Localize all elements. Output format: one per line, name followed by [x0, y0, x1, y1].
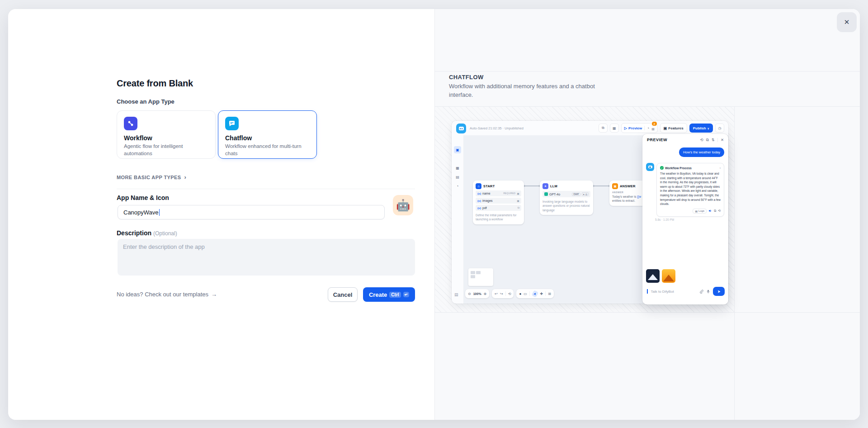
bot-message-text: The weather in Boydton, VA today is clea…: [660, 171, 721, 206]
field-name: pdf: [482, 206, 516, 209]
llm-model-row: GPT-4o CHAT ● ◎: [542, 191, 590, 197]
node-connector: [524, 185, 539, 186]
sidebar-notes-icon: ▤: [454, 173, 461, 181]
message-meta: 5.8s · 1:20 PM: [655, 218, 674, 221]
variable-icon: {x}: [477, 192, 481, 195]
sunset-mountain-thumbnail: [662, 269, 675, 283]
cancel-button[interactable]: Cancel: [328, 287, 358, 302]
editor-window-button: ⧉: [599, 124, 608, 133]
field-tag: REQUIRED: [503, 192, 515, 195]
chat-input-row: Talk to DifyBot: [647, 287, 725, 296]
create-button[interactable]: Create Ctrl ↵: [363, 287, 415, 302]
app-type-card-chatflow[interactable]: Chatflow Workflow enhanced for multi-tur…: [218, 110, 317, 159]
app-type-desc: Workflow enhanced for multi-turn chats: [225, 143, 304, 157]
zoom-out-icon: ⊖: [468, 292, 471, 296]
editor-grid-button: ▦: [610, 124, 619, 133]
chat-input-placeholder: Talk to DifyBot: [651, 290, 697, 294]
app-type-preview-panel: CHATFLOW Workflow with additional memory…: [434, 9, 860, 420]
workflow-process-label: Workflow Process: [665, 166, 718, 170]
toolbar-separator: [505, 291, 506, 296]
editor-publish-button: Publish ∨: [689, 124, 713, 133]
app-type-name: Chatflow: [225, 134, 310, 142]
preview-heading: CHATFLOW: [449, 74, 484, 81]
bot-avatar: [646, 163, 654, 171]
editor-topbar: Auto-Saved 21:02:35 · Unpublished ⧉ ▦ ▷ …: [452, 121, 728, 135]
chevron-right-icon: ›: [720, 166, 721, 170]
preview-subheading: Workflow with additional memory features…: [449, 82, 605, 100]
field-type-icon: ▣: [517, 192, 519, 195]
grid-line: [734, 106, 735, 420]
message-actions: ▤ Logs ⧉ ⟲: [660, 209, 721, 214]
history-icon: ◔: [647, 126, 649, 130]
field-name: name: [482, 192, 502, 195]
send-button: [713, 287, 725, 296]
sidebar-blocks-icon: ▣: [454, 146, 461, 153]
toolbar-separator: [545, 291, 546, 296]
chat-panel-header: PREVIEW ⟲ ⧉ ⇅ ✕: [642, 134, 728, 146]
field-name: images: [482, 199, 515, 202]
templates-link[interactable]: No ideas? Check out our templates →: [117, 291, 217, 298]
page-background: Create from Blank Choose an App Type Wor…: [0, 0, 868, 428]
more-app-types-link[interactable]: MORE BASIC APP TYPES ›: [117, 175, 186, 180]
grid-line: [435, 312, 860, 313]
app-icon-picker[interactable]: 🤖: [393, 195, 413, 215]
app-name-input[interactable]: CanopyWave: [118, 205, 385, 219]
add-node-icon: ●: [519, 292, 521, 296]
editor-preview-button: ▷ Preview: [624, 126, 642, 130]
caret-down-icon: ∨: [708, 127, 709, 130]
field-type-icon: ▣: [517, 199, 519, 202]
start-field-row: {x} images ▣: [476, 198, 521, 204]
autosave-status: Auto-Saved 21:02:35 · Unpublished: [470, 126, 524, 130]
app-type-card-workflow[interactable]: Workflow Agentic flow for intelligent au…: [117, 110, 216, 159]
guide-book-icon: ▤: [454, 292, 458, 297]
hand-mode-icon: ✚: [540, 292, 543, 296]
editor-features-button: ▣ Features: [660, 123, 687, 133]
model-name: GPT-4o: [549, 193, 571, 196]
history-controls: ↩ ↪ ⟲: [492, 289, 514, 298]
ctrl-key-badge: Ctrl: [389, 292, 401, 298]
start-node-desc: Define the initial parameters for launch…: [476, 213, 521, 222]
pointer-controls: ● ▭ ➤ ✚ ⊞: [516, 289, 554, 298]
description-optional-text: (Optional): [153, 230, 177, 237]
speaker-icon: [708, 209, 712, 213]
logs-button: ▤ Logs: [693, 209, 707, 214]
redo-icon: ↪: [500, 292, 503, 296]
logs-label: Logs: [698, 209, 704, 212]
node-connector: [594, 185, 609, 186]
sidebar-compass-icon: ◔: [454, 182, 461, 190]
section-divider: [117, 189, 415, 189]
app-name-section-label: App Name & Icon: [117, 194, 169, 201]
create-button-label: Create: [369, 291, 387, 298]
user-message-bubble: How's the weather today: [679, 147, 724, 157]
close-button[interactable]: ✕: [837, 12, 857, 32]
editor-sidebar: ▣ ▦ ▤ ◔: [452, 135, 464, 304]
zoom-level: 100%: [473, 292, 481, 295]
mic-icon: ●: [583, 193, 585, 195]
pointer-mode-icon: ➤: [531, 290, 538, 298]
field-type-icon: ⧉: [518, 206, 519, 209]
copy-icon: ⧉: [714, 209, 716, 213]
canvas-toolbar: ⊖ 100% ⊕ ↩ ↪ ⟲ ● ▭ ➤ ✚: [465, 289, 554, 298]
history-icon: ⟲: [508, 292, 511, 296]
workflow-process-row: ✓ Workflow Process ›: [660, 166, 721, 170]
restart-icon: ⟲: [700, 138, 703, 142]
variable-icon: {x}: [477, 207, 481, 209]
description-label-text: Description: [117, 229, 151, 237]
answer-text-line2: entities to extract.: [612, 199, 635, 202]
start-field-row: {x} name REQUIRED ▣: [476, 190, 521, 196]
create-app-modal: Create from Blank Choose an App Type Wor…: [8, 9, 860, 420]
mic-icon: [706, 290, 710, 294]
robot-face-icon: [459, 127, 464, 130]
logs-icon: ▤: [695, 209, 698, 213]
answer-node-icon: ▣: [612, 183, 618, 189]
grid-icon: ▦: [613, 126, 616, 130]
robot-face-icon: [648, 166, 652, 169]
app-type-name: Workflow: [124, 134, 208, 142]
model-provider-icon: [544, 192, 548, 196]
features-button-label: Features: [668, 126, 683, 130]
more-app-types-label: MORE BASIC APP TYPES: [117, 175, 181, 180]
description-input[interactable]: [118, 239, 415, 276]
start-node: ⌂ START {x} name REQUIRED ▣ {x} images ▣: [473, 181, 524, 224]
zoom-in-icon: ⊕: [484, 292, 487, 296]
answer-variable-token: {{w: [637, 195, 641, 198]
